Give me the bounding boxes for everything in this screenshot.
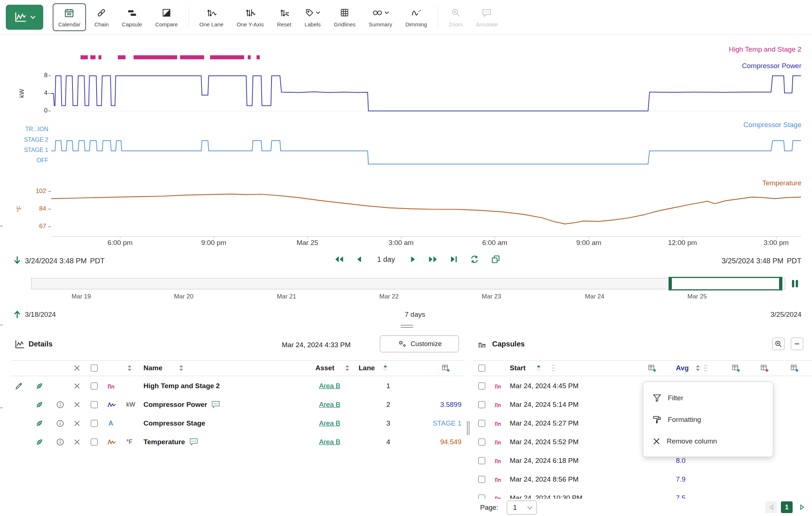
info-icon[interactable] xyxy=(56,419,64,427)
row-checkbox[interactable] xyxy=(478,476,485,483)
page-next-button[interactable] xyxy=(796,501,808,513)
add-column-icon[interactable] xyxy=(441,364,450,372)
item-tool-icon[interactable] xyxy=(35,419,44,427)
row-checkbox[interactable] xyxy=(91,401,98,408)
select-all-checkbox[interactable] xyxy=(91,365,98,372)
row-checkbox[interactable] xyxy=(478,438,485,445)
asset-link[interactable]: Area B xyxy=(317,438,343,446)
column-grip-icon[interactable] xyxy=(704,364,708,372)
asset-link[interactable]: Area B xyxy=(317,382,343,390)
row-checkbox[interactable] xyxy=(91,420,98,427)
lane-resize-grip[interactable] xyxy=(0,324,3,326)
add-column-icon[interactable] xyxy=(648,364,656,372)
toolbar-labels[interactable]: Labels xyxy=(300,3,325,32)
item-name[interactable]: Compressor Stage xyxy=(143,419,205,427)
temp-axis-unit[interactable]: °F xyxy=(16,206,23,212)
menu-item-filter[interactable]: Filter xyxy=(643,387,773,409)
toolbar-reset[interactable]: Reset xyxy=(272,3,296,32)
page-size-select[interactable]: 1 xyxy=(507,501,537,515)
remove-item-icon[interactable] xyxy=(74,420,80,426)
column-header-name[interactable]: Name xyxy=(143,364,162,372)
menu-item-remove-column[interactable]: Remove column xyxy=(643,430,773,452)
sort-ascending-icon[interactable] xyxy=(383,365,388,371)
panel-resize-grip[interactable] xyxy=(0,407,3,408)
toolbar-annotate[interactable]: Annotate xyxy=(471,3,502,32)
toolbar-one-lane[interactable]: One Lane xyxy=(195,3,228,32)
step-back-button[interactable] xyxy=(356,256,362,263)
menu-item-formatting[interactable]: Formatting xyxy=(643,409,773,430)
info-icon[interactable] xyxy=(56,401,64,408)
toolbar-chain[interactable]: Chain xyxy=(90,3,113,32)
condition-style-icon[interactable] xyxy=(108,382,115,390)
row-checkbox[interactable] xyxy=(478,382,485,389)
step-forward-double-button[interactable] xyxy=(428,256,438,263)
capsule-start[interactable]: Mar 24, 2024 5:52 PM xyxy=(510,438,579,446)
row-checkbox[interactable] xyxy=(91,438,98,445)
capsule-start[interactable]: Mar 24, 2024 5:27 PM xyxy=(510,419,579,427)
signal-style-icon[interactable] xyxy=(108,438,116,446)
comment-bubble-icon[interactable] xyxy=(211,400,220,409)
legend-temperature[interactable]: Temperature xyxy=(762,179,801,187)
select-all-checkbox[interactable] xyxy=(478,365,485,372)
toolbar-capsule[interactable]: Capsule xyxy=(117,3,147,32)
lane-resize-grip[interactable] xyxy=(0,226,3,227)
range-duration[interactable]: 1 day xyxy=(377,255,395,264)
toolbar-calendar[interactable]: Calendar xyxy=(53,3,86,31)
customize-button[interactable]: Customize xyxy=(380,335,459,352)
capsule-start[interactable]: Mar 24, 2024 8:56 PM xyxy=(510,475,579,483)
item-tool-icon[interactable] xyxy=(35,382,44,390)
sort-icon[interactable] xyxy=(127,365,132,371)
edit-pencil-icon[interactable] xyxy=(15,382,23,390)
sort-icon[interactable] xyxy=(695,365,700,371)
add-column-icon[interactable] xyxy=(731,364,740,372)
legend-compressor-power[interactable]: Compressor Power xyxy=(742,62,801,70)
asset-link[interactable]: Area B xyxy=(317,419,343,427)
row-checkbox[interactable] xyxy=(478,420,485,427)
sort-ascending-icon[interactable] xyxy=(536,365,541,371)
investigate-range-end[interactable]: 3/25/2024 xyxy=(770,311,801,319)
sort-icon[interactable] xyxy=(179,365,184,371)
capsule-start[interactable]: Mar 24, 2024 4:45 PM xyxy=(510,382,579,390)
step-back-double-button[interactable] xyxy=(334,256,344,263)
toolbar-dimming[interactable]: Dimming xyxy=(401,3,432,32)
column-grip-icon[interactable] xyxy=(551,364,555,372)
range-start-arrow-icon[interactable] xyxy=(13,256,21,265)
trend-view-button[interactable] xyxy=(6,5,43,30)
investigate-range-span[interactable]: 7 days xyxy=(405,311,425,319)
toolbar-one-y-axis[interactable]: One Y-Axis xyxy=(232,3,269,32)
info-icon[interactable] xyxy=(56,438,64,446)
item-tool-icon[interactable] xyxy=(35,400,44,409)
legend-condition[interactable]: High Temp and Stage 2 xyxy=(729,45,801,53)
column-header-lane[interactable]: Lane xyxy=(359,364,375,372)
selection-right-handle[interactable] xyxy=(779,278,782,289)
overview-selected-range[interactable] xyxy=(669,277,782,290)
power-axis-unit[interactable]: kW xyxy=(18,89,26,98)
page-current-button[interactable]: 1 xyxy=(781,501,793,513)
step-to-end-button[interactable] xyxy=(450,256,457,263)
item-name[interactable]: Temperature xyxy=(143,438,198,446)
toolbar-zoom[interactable]: Zoom xyxy=(444,3,467,32)
comment-bubble-icon[interactable] xyxy=(189,438,198,446)
copy-range-button[interactable] xyxy=(491,255,500,264)
row-checkbox[interactable] xyxy=(478,457,485,464)
remove-item-icon[interactable] xyxy=(74,439,80,445)
item-name[interactable]: High Temp and Stage 2 xyxy=(143,382,220,390)
panel-splitter-handle[interactable] xyxy=(401,325,413,328)
step-forward-button[interactable] xyxy=(410,256,416,263)
display-range-start[interactable]: 3/24/2024 3:48 PM xyxy=(25,257,87,265)
display-range-end[interactable]: 3/25/2024 3:48 PM xyxy=(722,257,783,265)
item-name[interactable]: Compressor Power xyxy=(143,400,220,409)
string-signal-style-icon[interactable]: A xyxy=(108,419,113,427)
capsule-time-toggle-icon[interactable] xyxy=(789,278,801,289)
sort-icon[interactable] xyxy=(345,365,350,371)
capsules-zoom-button[interactable] xyxy=(772,338,785,350)
add-column-icon[interactable] xyxy=(760,364,769,372)
add-column-icon[interactable] xyxy=(790,364,799,372)
capsules-collapse-button[interactable] xyxy=(791,338,803,350)
investigate-range-start[interactable]: 3/18/2024 xyxy=(25,311,56,319)
auto-update-refresh-button[interactable] xyxy=(470,255,479,264)
remove-all-icon[interactable] xyxy=(74,365,80,371)
item-tool-icon[interactable] xyxy=(35,438,44,446)
toolbar-compare[interactable]: Compare xyxy=(150,3,183,32)
selection-left-handle[interactable] xyxy=(669,278,672,289)
